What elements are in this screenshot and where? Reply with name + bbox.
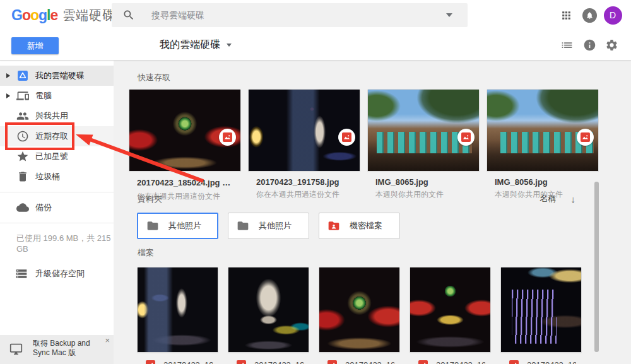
sort-by-name-label[interactable]: 名稱 bbox=[540, 193, 557, 204]
file-activity-subtitle: 本週與你共用的文件 bbox=[375, 189, 471, 200]
image-icon bbox=[418, 360, 428, 364]
sidebar-item-label: 垃圾桶 bbox=[35, 171, 60, 182]
quick-access-card[interactable]: IMG_8056.jpg 本週與你共用的文件 bbox=[487, 89, 599, 172]
search-bar[interactable] bbox=[112, 3, 468, 27]
logo-letter: g bbox=[38, 7, 47, 24]
file-name: 20170423_18… bbox=[345, 360, 394, 364]
file-card[interactable]: 20170423_18… bbox=[410, 267, 491, 353]
folder-icon bbox=[237, 220, 249, 232]
devices-icon bbox=[16, 90, 29, 102]
search-options-caret-icon[interactable] bbox=[446, 13, 452, 20]
folder-name: 其他照片 bbox=[259, 220, 292, 232]
location-title: 我的雲端硬碟 bbox=[160, 38, 220, 52]
storage-icon bbox=[15, 267, 28, 280]
sidebar-item[interactable]: 與我共用 bbox=[0, 106, 114, 126]
sidebar-nav: 我的雲端硬碟 電腦 與我共用 近期存取 bbox=[0, 61, 114, 218]
file-thumbnail bbox=[501, 267, 581, 353]
file-card-footer: 20170423_18… bbox=[501, 353, 581, 364]
sidebar-item-label: 電腦 bbox=[35, 90, 52, 102]
people-icon bbox=[16, 110, 29, 122]
sidebar-divider bbox=[0, 223, 114, 223]
account-avatar[interactable]: D bbox=[603, 0, 622, 30]
upgrade-storage-button[interactable]: 升級儲存空間 bbox=[0, 266, 114, 281]
search-input[interactable] bbox=[151, 10, 446, 20]
cloud-icon bbox=[16, 201, 29, 214]
sidebar-item[interactable]: 垃圾桶 bbox=[0, 167, 114, 187]
image-icon bbox=[223, 132, 232, 142]
new-button[interactable]: 新增 bbox=[11, 37, 59, 54]
image-icon bbox=[237, 360, 246, 364]
file-name: 20170423_18… bbox=[436, 360, 485, 364]
toolbar: 新增 我的雲端硬碟 bbox=[0, 30, 631, 60]
google-logo: Google bbox=[11, 7, 57, 24]
sidebar-item-label: 備份 bbox=[35, 202, 52, 213]
folder-tile[interactable]: 其他照片 bbox=[228, 213, 309, 239]
chevron-down-icon bbox=[227, 44, 232, 49]
file-name: IMG_8056.jpg bbox=[495, 177, 591, 187]
folder-name: 其他照片 bbox=[168, 220, 201, 232]
image-file-type-badge bbox=[577, 129, 594, 146]
file-card[interactable]: 20170423_18… bbox=[500, 267, 582, 353]
location-dropdown[interactable]: 我的雲端硬碟 bbox=[160, 30, 232, 60]
file-name: 20170423_191758.jpg bbox=[256, 177, 352, 187]
file-name: 20170423_18… bbox=[527, 360, 576, 364]
folders-row: 其他照片 其他照片 機密檔案 bbox=[137, 213, 400, 239]
settings-gear-icon[interactable] bbox=[603, 30, 620, 60]
folder-tile[interactable]: 機密檔案 bbox=[319, 213, 400, 239]
sidebar: 我的雲端硬碟 電腦 與我共用 近期存取 bbox=[0, 61, 114, 364]
quick-access-card[interactable]: 20170423_185024.jpg 的副本 你在本週共用過這份文件 bbox=[129, 89, 241, 172]
file-card[interactable]: 20170423_18… bbox=[319, 267, 400, 353]
sidebar-item[interactable]: 已加星號 bbox=[0, 146, 114, 167]
info-button[interactable] bbox=[582, 30, 596, 60]
image-icon bbox=[581, 132, 590, 142]
image-icon bbox=[146, 360, 155, 364]
sort-control[interactable]: 名稱 ↓ bbox=[540, 193, 576, 204]
file-card-footer: 20170423_18… bbox=[319, 353, 399, 364]
logo-letter: e bbox=[50, 7, 57, 24]
folder-icon bbox=[146, 220, 159, 232]
file-card[interactable]: 20170423_19… bbox=[228, 267, 309, 353]
search-icon[interactable] bbox=[122, 9, 135, 21]
file-card[interactable]: 20170423_19… bbox=[137, 267, 218, 353]
folder-tile[interactable]: 其他照片 bbox=[137, 213, 218, 239]
app-header: Google 雲端硬碟 D bbox=[0, 0, 631, 30]
vertical-scrollbar[interactable] bbox=[594, 182, 599, 352]
banner-text: 取得 Backup and Sync Mac 版 bbox=[33, 339, 107, 358]
list-view-button[interactable] bbox=[560, 30, 574, 60]
expand-arrow-icon[interactable] bbox=[6, 93, 13, 98]
sidebar-item[interactable]: 備份 bbox=[0, 197, 114, 218]
quick-access-card[interactable]: IMG_8065.jpg 本週與你共用的文件 bbox=[367, 89, 480, 172]
sidebar-item-label: 我的雲端硬碟 bbox=[35, 70, 85, 81]
file-name: 20170423_185024.jpg 的副本 bbox=[137, 177, 233, 189]
files-row: 20170423_19… 20170423_19… bbox=[137, 267, 582, 353]
image-file-type-badge bbox=[338, 129, 355, 146]
expand-arrow-icon[interactable] bbox=[6, 73, 13, 78]
file-name: 20170423_19… bbox=[163, 360, 213, 364]
file-card-footer: 20170423_19… bbox=[138, 353, 218, 364]
close-icon[interactable]: × bbox=[105, 336, 110, 345]
apps-grid-icon[interactable] bbox=[559, 0, 573, 30]
file-thumbnail bbox=[319, 267, 399, 353]
image-file-type-badge bbox=[219, 129, 236, 146]
sidebar-divider bbox=[0, 192, 114, 192]
folder-name: 機密檔案 bbox=[350, 220, 382, 232]
file-thumbnail bbox=[228, 267, 309, 353]
main-content: 快速存取 20170423_185024.jpg 的副本 你在本週共用過這份文件 bbox=[114, 61, 631, 364]
sidebar-item[interactable]: 近期存取 bbox=[0, 126, 114, 146]
star-icon bbox=[16, 150, 29, 163]
sidebar-item[interactable]: 我的雲端硬碟 bbox=[0, 66, 114, 86]
trash-icon bbox=[16, 170, 29, 183]
drive-icon bbox=[16, 69, 29, 82]
image-icon bbox=[509, 360, 519, 364]
app-logo[interactable]: Google 雲端硬碟 bbox=[11, 0, 115, 30]
sort-direction-arrow-icon[interactable]: ↓ bbox=[571, 194, 576, 204]
sidebar-item[interactable]: 電腦 bbox=[0, 86, 114, 106]
upgrade-storage-label: 升級儲存空間 bbox=[35, 268, 85, 279]
sidebar-item-label: 已加星號 bbox=[35, 151, 68, 162]
logo-letter: G bbox=[11, 7, 22, 24]
quick-access-card[interactable]: 20170423_191758.jpg 你在本週共用過這份文件 bbox=[248, 89, 360, 172]
backup-sync-banner[interactable]: 取得 Backup and Sync Mac 版 × bbox=[0, 335, 114, 364]
quick-access-row: 20170423_185024.jpg 的副本 你在本週共用過這份文件 2017… bbox=[129, 89, 599, 172]
notifications-button[interactable] bbox=[582, 0, 597, 30]
folders-label: 資料夾 bbox=[138, 194, 162, 205]
